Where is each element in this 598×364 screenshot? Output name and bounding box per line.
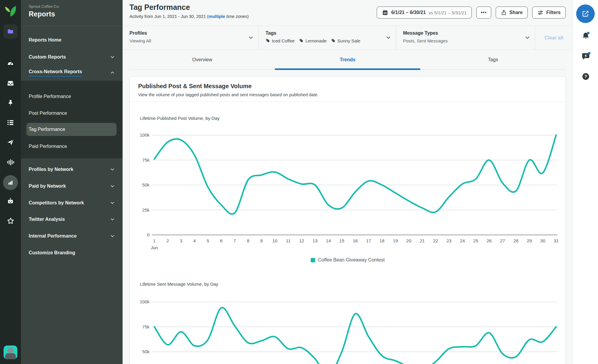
notification-badge: [588, 52, 590, 54]
published-chart-label: Lifetime Published Post Volume, by Day: [140, 116, 219, 121]
svg-text:7: 7: [234, 238, 236, 243]
paper-plane-icon: [7, 138, 14, 146]
sidebar-item-folders[interactable]: [0, 24, 21, 39]
sidebar-header: Sprout Coffee Co. Reports: [21, 0, 123, 26]
sidebar-item-dashboard[interactable]: [0, 59, 21, 68]
svg-text:0: 0: [147, 232, 150, 237]
notifications-button[interactable]: [573, 30, 598, 42]
svg-text:75k: 75k: [142, 324, 150, 329]
tab-tags[interactable]: Tags: [420, 50, 566, 69]
clear-all-button[interactable]: Clear all: [535, 26, 573, 50]
compose-button[interactable]: [576, 4, 595, 23]
svg-text:1: 1: [153, 238, 155, 243]
sidebar-item-label: Customize Branding: [29, 250, 75, 256]
svg-text:10: 10: [272, 238, 277, 243]
list-icon: [7, 119, 14, 126]
filter-bar: Profiles Viewing All Tags Iced Coffee Le…: [123, 26, 573, 50]
sidebar-item-customize-branding[interactable]: Customize Branding: [29, 249, 115, 256]
sidebar-item-cross-network-reports[interactable]: Cross-Network Reports: [29, 69, 115, 76]
sprout-logo[interactable]: [0, 4, 21, 18]
tag-chip: Sunny Sale: [331, 38, 360, 43]
main-content: Tag Performance Activity from Jun 1, 202…: [123, 0, 573, 364]
chevron-down-icon: [110, 234, 115, 238]
sidebar-item-profiles-by-network[interactable]: Profiles by Network: [29, 166, 115, 173]
chevron-down-icon: [110, 184, 115, 189]
svg-text:50k: 50k: [142, 182, 150, 187]
sidebar-item-paid-performance[interactable]: Paid Performance: [29, 143, 115, 150]
sidebar-item-profile-performance[interactable]: Profile Performance: [29, 93, 115, 100]
svg-text:21: 21: [420, 238, 425, 243]
folder-icon: [7, 28, 14, 35]
sent-chart-label: Lifetime Sent Message Volume, by Day: [140, 282, 218, 287]
filters-button[interactable]: Filters: [532, 7, 566, 19]
tags-filter[interactable]: Tags Iced Coffee Lemonade Sunny Sale: [259, 26, 396, 50]
sidebar-item-pinned[interactable]: [0, 99, 21, 107]
sidebar-item-label: Competitors by Network: [29, 200, 84, 206]
sidebar-item-paid-by-network[interactable]: Paid by Network: [29, 183, 115, 190]
share-label: Share: [509, 10, 523, 15]
subtitle-text: Activity from Jun 1, 2021 - Jun 30, 2021…: [129, 14, 208, 19]
user-avatar[interactable]: [0, 345, 21, 360]
profiles-filter[interactable]: Profiles Viewing All: [123, 26, 259, 50]
more-options-button[interactable]: •••: [476, 7, 491, 19]
tag-chip-label: Lemonade: [305, 38, 327, 43]
date-compare-label: vs 5/1/21 – 5/31/21: [428, 10, 467, 15]
published-post-volume-chart[interactable]: 100k75k50k25k012345678910111213141516171…: [133, 122, 566, 259]
sidebar-item-label: Cross-Network Reports: [29, 69, 82, 77]
tag-icon: [299, 39, 303, 43]
waveform-icon: [7, 158, 14, 166]
sidebar-item-tag-performance-selected[interactable]: Tag Performance: [26, 123, 117, 136]
sidebar-item-competitors-by-network[interactable]: Competitors by Network: [29, 199, 115, 207]
sent-message-volume-chart[interactable]: 100k75k50k25k012345678910111213141516171…: [133, 288, 566, 364]
sidebar-item-twitter-analysis[interactable]: Twitter Analysis: [29, 216, 115, 223]
chevron-down-icon: [110, 201, 115, 205]
chevron-down-icon: [248, 35, 254, 40]
sidebar-item-publishing[interactable]: [0, 138, 21, 146]
folder-tile: [3, 24, 18, 39]
sidebar-item-reports-home[interactable]: Reports Home: [29, 36, 115, 44]
bell-icon: [580, 30, 591, 41]
sidebar-item-custom-reports[interactable]: Custom Reports: [29, 53, 115, 61]
question-mark-icon: ?: [581, 72, 591, 81]
sidebar-item-tasks[interactable]: [0, 118, 21, 127]
sidebar-item-inbox[interactable]: [0, 79, 21, 87]
message-types-filter[interactable]: Message Types Posts, Sent Messages: [396, 26, 535, 50]
help-button[interactable]: ?: [573, 72, 598, 82]
chevron-up-icon: [110, 70, 115, 75]
compose-pencil-icon: [581, 10, 590, 18]
svg-text:29: 29: [527, 238, 532, 243]
svg-text:?: ?: [584, 74, 587, 79]
inbox-icon: [7, 79, 14, 87]
tab-overview[interactable]: Overview: [129, 50, 275, 69]
svg-text:Jun: Jun: [151, 245, 158, 250]
svg-text:100k: 100k: [140, 132, 150, 137]
legend-label: Coffee Bean Giveaway Contest: [318, 257, 385, 263]
svg-text:18: 18: [379, 238, 385, 243]
sidebar-item-post-performance[interactable]: Post Performance: [29, 110, 115, 117]
tag-icon: [266, 39, 270, 43]
share-button[interactable]: Share: [496, 7, 528, 19]
svg-text:50k: 50k: [142, 349, 150, 354]
svg-text:13: 13: [312, 238, 318, 243]
calendar-icon: [382, 9, 388, 16]
sidebar-item-automation[interactable]: [0, 197, 21, 206]
sidebar-item-internal-performance[interactable]: Internal Performance: [29, 233, 115, 240]
sidebar-item-reports[interactable]: [0, 175, 21, 190]
svg-text:23: 23: [446, 238, 451, 243]
svg-text:26: 26: [487, 238, 492, 243]
sidebar-item-label: Profiles by Network: [29, 167, 73, 172]
tag-chip: Iced Coffee: [266, 38, 295, 43]
card-header: Published Post & Sent Message Volume Vie…: [130, 77, 565, 102]
sidebar-item-favorites[interactable]: [0, 216, 21, 225]
svg-text:25k: 25k: [142, 207, 150, 212]
sidebar-item-label: Internal Performance: [29, 233, 77, 239]
feedback-button[interactable]: [573, 51, 598, 63]
filters-sliders-icon: [537, 10, 544, 16]
subtitle-text: time zones): [225, 14, 249, 19]
svg-text:12: 12: [299, 238, 304, 243]
date-range-button[interactable]: 6/1/21 – 6/30/21 vs 5/1/21 – 5/31/21: [377, 7, 472, 19]
tag-chip-label: Sunny Sale: [337, 38, 360, 43]
tab-trends[interactable]: Trends: [275, 50, 420, 69]
multiple-timezones-link[interactable]: multiple: [208, 14, 225, 19]
sidebar-item-listening[interactable]: [0, 158, 21, 166]
